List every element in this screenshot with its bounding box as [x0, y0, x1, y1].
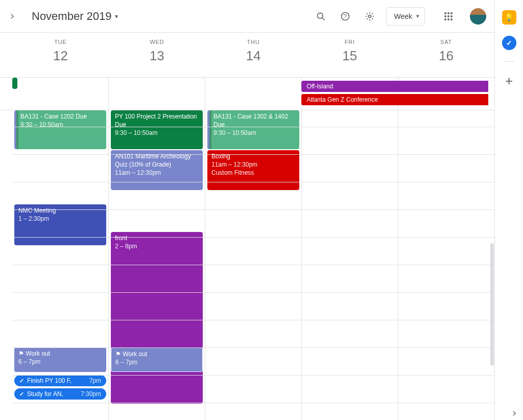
event-ba131-1202[interactable]: BA131 - Case 1202 Due9:30 – 10:50am [14, 110, 106, 149]
event-py100-proj2[interactable]: PY 100 Project 2 Presentation Due9:30 – … [111, 110, 203, 149]
svg-point-12 [447, 18, 449, 20]
day-header[interactable]: THU14 [205, 33, 302, 77]
allday-row: Off-IslandAtlanta Gen Z Conference [0, 78, 494, 110]
side-panel: + [494, 0, 523, 420]
allday-event-off-island[interactable]: Off-Island [301, 81, 488, 92]
event-workout-wed[interactable]: Work out6 – 7pm [111, 347, 203, 372]
svg-line-1 [322, 17, 325, 20]
svg-point-5 [444, 12, 446, 14]
svg-point-11 [444, 18, 446, 20]
add-addon-button[interactable]: + [505, 73, 513, 89]
next-period-button[interactable] [6, 10, 18, 22]
time-grid[interactable]: BA131 - Case 1202 Due9:30 – 10:50amNMC M… [0, 110, 494, 420]
google-apps-button[interactable] [438, 6, 459, 27]
svg-point-13 [450, 18, 453, 20]
day-header[interactable]: SAT16 [398, 33, 494, 77]
search-button[interactable] [311, 6, 331, 27]
event-ba131-1302-1402[interactable]: BA131 - Case 1302 & 1402 Due9:30 – 10:50… [207, 110, 299, 149]
caret-down-icon: ▾ [416, 13, 419, 19]
event-front[interactable]: front2 – 8pm [111, 232, 203, 404]
svg-point-8 [444, 15, 446, 17]
event-nmc-meeting[interactable]: NMC Meeting1 – 2:30pm [14, 204, 106, 245]
event-boxing[interactable]: Boxing11am – 12:30pmCustom Fitness [207, 150, 299, 190]
app-header: November 2019 ▾ ? Week ▾ [0, 0, 494, 33]
day-header-row: TUE12 WED13 THU14 FRI15 SAT16 [0, 33, 494, 78]
svg-point-4 [369, 15, 371, 17]
svg-point-6 [447, 12, 449, 14]
keep-icon[interactable] [502, 10, 516, 25]
svg-point-7 [450, 12, 453, 14]
svg-point-0 [318, 13, 323, 18]
header-title: November 2019 [32, 10, 112, 23]
svg-point-10 [450, 15, 453, 17]
allday-event-partial[interactable] [12, 78, 17, 89]
event-workout-tue[interactable]: Work out6 – 7pm [14, 347, 106, 372]
view-selector-label: Week [394, 12, 412, 20]
view-selector[interactable]: Week ▾ [386, 7, 425, 26]
day-header[interactable]: FRI15 [301, 33, 398, 77]
caret-down-icon: ▾ [115, 13, 118, 20]
account-avatar[interactable] [470, 8, 486, 25]
hide-panel-button[interactable] [511, 410, 518, 417]
date-range-picker[interactable]: November 2019 ▾ [32, 10, 118, 23]
svg-point-9 [447, 15, 449, 17]
divider [504, 61, 514, 62]
day-header[interactable]: WED13 [109, 33, 205, 77]
scrollbar-thumb[interactable] [490, 243, 494, 366]
tasks-icon[interactable] [502, 36, 516, 50]
help-button[interactable]: ? [335, 6, 355, 27]
settings-button[interactable] [360, 6, 380, 27]
task-study-an[interactable]: Study for AN,7:30pm [14, 388, 106, 400]
svg-text:?: ? [344, 13, 347, 19]
day-header[interactable]: TUE12 [12, 33, 109, 77]
task-finish-py100[interactable]: Finish PY 100 F,7pm [14, 375, 106, 386]
event-an101-quiz[interactable]: AN101 Maritime Archeology Quiz (10% of G… [111, 150, 203, 190]
allday-event-atlanta-genz[interactable]: Atlanta Gen Z Conference [301, 94, 488, 105]
